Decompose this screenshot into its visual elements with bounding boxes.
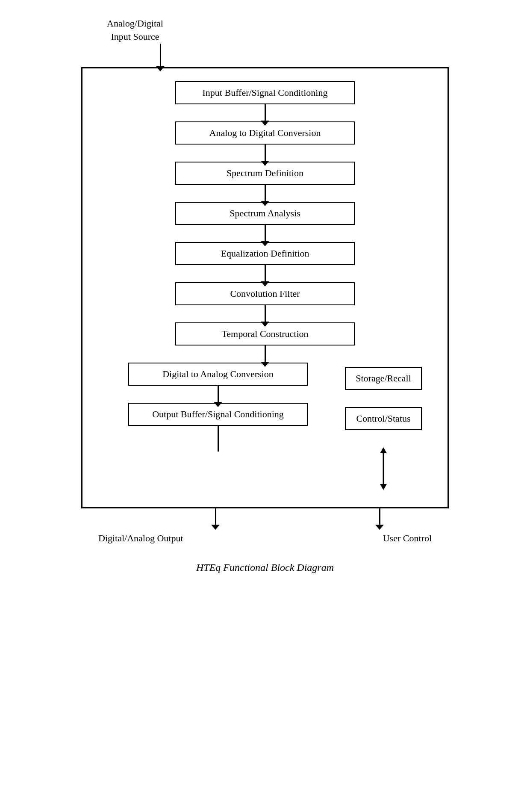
main-diagram-border: Input Buffer/Signal Conditioning Analog … bbox=[81, 67, 449, 508]
arrow-4 bbox=[265, 225, 266, 242]
digital-analog-output-label: Digital/Analog Output bbox=[98, 532, 183, 545]
exit-shaft bbox=[218, 426, 219, 452]
output-right-arrow bbox=[333, 508, 427, 526]
left-column: Digital to Analog Conversion Output Buff… bbox=[100, 363, 336, 452]
bottom-section: Digital to Analog Conversion Output Buff… bbox=[100, 363, 430, 490]
page-container: Analog/Digital Input Source Input Buffer… bbox=[81, 17, 449, 573]
right-column: Storage/Recall Control/Status bbox=[336, 363, 430, 490]
svg-marker-2 bbox=[380, 484, 387, 490]
arrow-5 bbox=[265, 265, 266, 282]
arrow-7 bbox=[265, 345, 266, 363]
arrow-3 bbox=[265, 185, 266, 202]
control-status-block: Control/Status bbox=[345, 407, 422, 430]
output-arrows-row bbox=[81, 508, 449, 526]
diagram-title: HTEq Functional Block Diagram bbox=[196, 562, 334, 573]
svg-marker-1 bbox=[380, 447, 387, 453]
output-left-arrow bbox=[98, 508, 333, 526]
double-arrow-svg bbox=[378, 447, 389, 490]
source-label: Analog/Digital Input Source bbox=[107, 17, 163, 44]
dac-block: Digital to Analog Conversion bbox=[128, 363, 308, 386]
flow-column: Input Buffer/Signal Conditioning Analog … bbox=[100, 81, 430, 490]
input-buffer-block: Input Buffer/Signal Conditioning bbox=[175, 81, 355, 104]
arrow-6 bbox=[265, 305, 266, 322]
bottom-labels-row: Digital/Analog Output User Control bbox=[81, 526, 449, 545]
storage-recall-block: Storage/Recall bbox=[345, 367, 422, 390]
arrow-2 bbox=[265, 145, 266, 162]
arrow-8 bbox=[218, 386, 219, 403]
arrow-1 bbox=[265, 104, 266, 121]
user-control-label: User Control bbox=[383, 532, 432, 545]
